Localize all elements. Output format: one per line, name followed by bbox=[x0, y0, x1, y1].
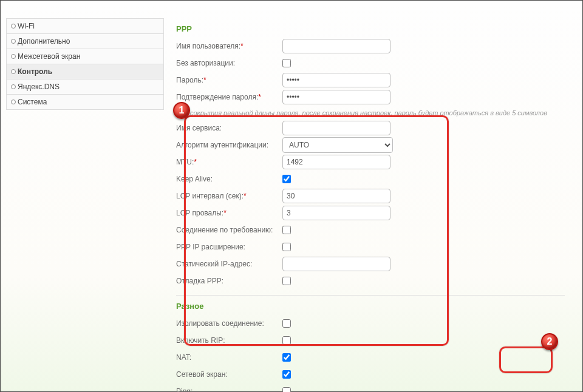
sidebar: Wi-Fi Дополнительно Межсетевой экран Кон… bbox=[6, 18, 164, 392]
sidebar-item-firewall[interactable]: Межсетевой экран bbox=[6, 49, 164, 64]
auth-select[interactable]: AUTO bbox=[282, 137, 393, 153]
annotation-marker-2: 2 bbox=[541, 333, 558, 350]
keepalive-label: Keep Alive: bbox=[176, 175, 282, 183]
password2-label: Подтверждение пароля:* bbox=[176, 93, 282, 101]
service-label: Имя сервиса: bbox=[176, 124, 282, 132]
lcp-interval-input[interactable] bbox=[282, 189, 390, 203]
section-title-ppp: PPP bbox=[176, 24, 565, 33]
debug-label: Отладка PPP: bbox=[176, 277, 282, 285]
annotation-marker-1: 1 bbox=[173, 102, 190, 119]
password-input[interactable] bbox=[282, 73, 390, 87]
mtu-label: MTU:* bbox=[176, 158, 282, 166]
username-input[interactable] bbox=[282, 39, 390, 53]
keepalive-checkbox[interactable] bbox=[282, 175, 291, 183]
rip-checkbox[interactable] bbox=[282, 336, 291, 345]
sidebar-item-wifi[interactable]: Wi-Fi bbox=[6, 18, 164, 34]
nat-label: NAT: bbox=[176, 353, 282, 362]
pppip-checkbox[interactable] bbox=[282, 243, 291, 251]
sidebar-item-system[interactable]: Система bbox=[6, 95, 164, 110]
staticip-input[interactable] bbox=[282, 257, 390, 271]
ondemand-checkbox[interactable] bbox=[282, 226, 291, 234]
noauth-label: Без авторизации: bbox=[176, 59, 282, 67]
auth-label: Алгоритм аутентификации: bbox=[176, 141, 282, 149]
misc-firewall-label: Сетевой экран: bbox=[176, 370, 282, 379]
misc-firewall-checkbox[interactable] bbox=[282, 370, 291, 379]
ping-checkbox[interactable] bbox=[282, 387, 291, 392]
lcp-fail-label: LCP провалы:* bbox=[176, 209, 282, 217]
sidebar-item-advanced[interactable]: Дополнительно bbox=[6, 34, 164, 49]
ping-label: Ping: bbox=[176, 387, 282, 392]
isolate-checkbox[interactable] bbox=[282, 319, 291, 328]
debug-checkbox[interactable] bbox=[282, 277, 291, 285]
service-input[interactable] bbox=[282, 121, 390, 135]
sidebar-item-control[interactable]: Контроль bbox=[6, 64, 164, 79]
pppip-label: PPP IP расширение: bbox=[176, 243, 282, 251]
isolate-label: Изолировать соединение: bbox=[176, 319, 282, 328]
nat-checkbox[interactable] bbox=[282, 353, 291, 362]
lcp-interval-label: LCP интервал (сек):* bbox=[176, 192, 282, 200]
password-label: Пароль:* bbox=[176, 76, 282, 84]
rip-label: Включить RIP: bbox=[176, 336, 282, 345]
sidebar-item-yandexdns[interactable]: Яндекс.DNS bbox=[6, 79, 164, 95]
mtu-input[interactable] bbox=[282, 155, 390, 169]
main-panel: PPP Имя пользователя:* Без авторизации: … bbox=[164, 18, 577, 392]
ondemand-label: Соединение по требованию: bbox=[176, 226, 282, 234]
section-title-misc: Разное bbox=[176, 302, 565, 311]
password-hint: Для сокрытия реальной длины пароля, посл… bbox=[176, 109, 565, 118]
staticip-label: Статический IP-адрес: bbox=[176, 260, 282, 268]
username-label: Имя пользователя:* bbox=[176, 42, 282, 50]
password2-input[interactable] bbox=[282, 90, 390, 104]
noauth-checkbox[interactable] bbox=[282, 59, 291, 67]
lcp-fail-input[interactable] bbox=[282, 206, 390, 220]
divider bbox=[176, 295, 565, 296]
